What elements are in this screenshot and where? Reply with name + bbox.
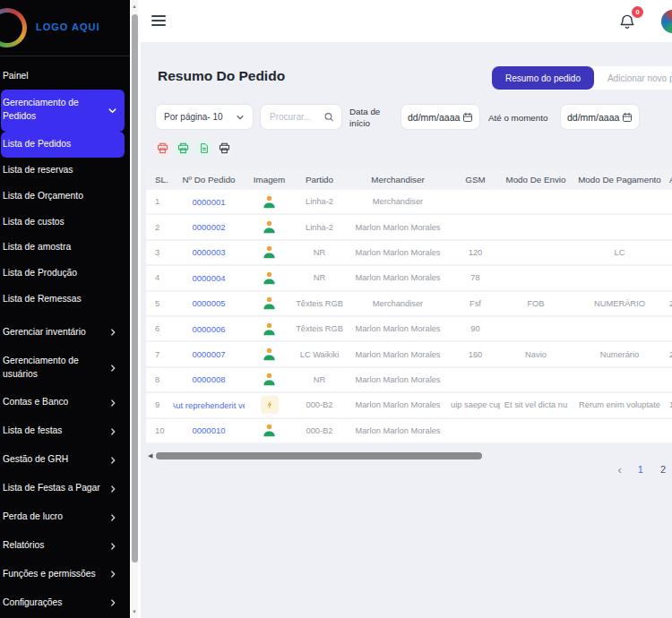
date-until-value: dd/mm/aaaa	[567, 112, 619, 123]
sidebar-item-gerenciamento-de-usuarios[interactable]: Gerenciamento de usuários	[1, 347, 125, 389]
person-avatar-icon[interactable]	[261, 193, 279, 210]
page-title: Resumo Do Pedido	[158, 68, 285, 84]
date-until-input[interactable]: dd/mm/aaaa	[560, 104, 640, 130]
pdf-export-button[interactable]	[155, 141, 170, 156]
order-link[interactable]: 0000003	[193, 247, 226, 257]
table-row: 70000007LC WaikikiMarlon Marlon Morales1…	[146, 342, 672, 367]
order-link[interactable]: 0000007	[193, 349, 226, 359]
broken-image-icon[interactable]	[261, 396, 279, 414]
cell-merchandiser: Merchandiser	[345, 197, 451, 206]
person-avatar-icon[interactable]	[261, 244, 279, 262]
table-row: 9Aut reprehenderit ve000-B2Marlon Marlon…	[146, 393, 672, 418]
cell-partido: Têxteis RGB	[294, 299, 345, 308]
per-page-select[interactable]: Por página- 10	[155, 104, 254, 130]
sidebar-item-lista-de-pedidos[interactable]: Lista de Pedidos	[1, 132, 125, 158]
tab-adicionar-novo-pedido[interactable]: Adicionar novo pedido	[594, 66, 672, 90]
excel-export-button[interactable]	[196, 141, 211, 156]
chevron-down-icon	[108, 106, 117, 116]
notifications-button[interactable]: 0	[618, 12, 638, 33]
date-start-input[interactable]: dd/mm/aaaa	[401, 104, 480, 130]
tab-resumo-do-pedido[interactable]: Resumo do pedido	[492, 66, 594, 90]
chevron-right-icon	[108, 513, 117, 522]
cell-sl: 2	[146, 223, 173, 232]
search-icon	[323, 111, 334, 123]
sidebar-item-gestao-de-grh[interactable]: Gestão de GRH	[1, 446, 125, 475]
cell-partido: Linha-2	[294, 223, 345, 232]
column-header-merchandiser: Merchandiser	[345, 175, 451, 185]
chevron-down-icon	[236, 113, 245, 122]
sidebar-item-gerenciar-inventario[interactable]: Gerenciar inventário	[1, 318, 125, 347]
chevron-right-icon	[108, 485, 117, 494]
person-avatar-icon[interactable]	[261, 422, 279, 440]
sidebar-item-configuracoes[interactable]: Configurações	[1, 588, 125, 617]
orders-table: SL.Nº Do PedidoImagemPartidoMerchandiser…	[146, 168, 672, 444]
order-link[interactable]: 0000002	[193, 222, 226, 232]
cell-envio: Navio	[500, 350, 572, 359]
person-avatar-icon[interactable]	[261, 320, 279, 338]
chevron-right-icon	[108, 570, 117, 579]
sidebar-item-label: Lista de reservas	[3, 164, 73, 177]
cell-sl: 3	[146, 248, 173, 257]
cell-partido: Têxteis RGB	[294, 324, 345, 333]
scroll-down-icon[interactable]: ▼	[131, 607, 138, 616]
cell-envio: Et sit vel dicta nu	[500, 400, 572, 409]
user-avatar[interactable]	[659, 8, 672, 35]
sidebar-scrollbar-thumb[interactable]	[132, 14, 138, 562]
sidebar-item-lista-de-festas[interactable]: Lista de festas	[1, 417, 125, 446]
cell-image	[245, 269, 294, 287]
scroll-left-icon[interactable]: ◀	[148, 452, 152, 459]
scroll-up-icon[interactable]: ▲	[131, 2, 138, 11]
horizontal-scrollbar-thumb[interactable]	[156, 452, 482, 459]
sidebar-item-label: Lista de amostra	[3, 241, 71, 254]
order-link[interactable]: Aut reprehenderit ve	[173, 400, 245, 410]
sidebar-item-lista-de-custos[interactable]: Lista de custos	[1, 210, 125, 236]
cell-image	[245, 371, 294, 389]
sidebar-item-lista-de-reservas[interactable]: Lista de reservas	[1, 158, 125, 184]
pagination: ‹12	[614, 462, 670, 476]
cell-merchandiser: Marlon Marlon Morales	[345, 350, 451, 359]
sidebar-scrollbar[interactable]: ▲ ▼	[131, 0, 138, 618]
print-button[interactable]	[217, 141, 232, 156]
pagination-page-2[interactable]: 2	[656, 462, 670, 476]
person-avatar-icon[interactable]	[261, 346, 279, 364]
cell-partido: NR	[294, 248, 345, 257]
file-icon	[199, 142, 210, 154]
person-avatar-icon[interactable]	[261, 269, 279, 287]
sidebar-item-lista-de-festas-a-pagar[interactable]: Lista de Festas a Pagar	[1, 475, 125, 503]
printer-icon	[157, 142, 168, 154]
person-avatar-icon[interactable]	[261, 295, 279, 313]
order-link[interactable]: 0000001	[193, 197, 226, 207]
search-input[interactable]	[268, 111, 323, 123]
sidebar-item-funcoes-e-permissoes[interactable]: Funções e permissões	[1, 561, 125, 589]
sidebar-item-painel[interactable]: Painel	[1, 64, 125, 90]
csv-export-button[interactable]	[176, 141, 191, 156]
sidebar-item-gerenciamento-de-pedidos[interactable]: Gerenciamento de Pedidos	[1, 90, 125, 132]
person-avatar-icon[interactable]	[261, 219, 279, 236]
per-page-label: Por página- 10	[164, 112, 223, 122]
cell-pagamento: LC	[572, 248, 668, 257]
pagination-prev[interactable]: ‹	[614, 463, 625, 476]
sidebar: LOGO AQUI PainelGerenciamento de Pedidos…	[0, 0, 130, 618]
sidebar-item-label: Lista de Produção	[3, 267, 77, 280]
sidebar-item-lista-de-remessas[interactable]: Lista de Remessas	[1, 287, 125, 313]
horizontal-scrollbar[interactable]: ◀	[141, 451, 672, 460]
order-link[interactable]: 0000008	[193, 374, 226, 384]
sidebar-item-lista-de-amostra[interactable]: Lista de amostra	[1, 235, 125, 261]
sidebar-item-perda-de-lucro[interactable]: Perda de lucro	[1, 503, 125, 532]
sidebar-item-relatorios[interactable]: Relatórios	[1, 532, 125, 561]
cell-sl: 1	[146, 197, 173, 206]
cell-partido: LC Waikiki	[294, 350, 345, 359]
order-link[interactable]: 0000004	[193, 273, 226, 283]
hamburger-menu-icon[interactable]	[151, 15, 166, 27]
sidebar-item-lista-de-orcamento[interactable]: Lista de Orçamento	[1, 184, 125, 210]
person-avatar-icon[interactable]	[261, 371, 279, 389]
sidebar-item-lista-de-producao[interactable]: Lista de Produção	[1, 261, 125, 287]
sidebar-item-contas-e-banco[interactable]: Contas e Banco	[1, 389, 125, 417]
order-link[interactable]: 0000010	[193, 425, 226, 435]
cell-image	[245, 396, 294, 414]
pagination-page-1[interactable]: 1	[633, 462, 648, 476]
table-row: 80000008NRMarlon Marlon Morales	[146, 368, 672, 393]
cell-sl: 5	[146, 299, 173, 308]
order-link[interactable]: 0000005	[193, 298, 226, 308]
order-link[interactable]: 0000006	[193, 324, 226, 334]
